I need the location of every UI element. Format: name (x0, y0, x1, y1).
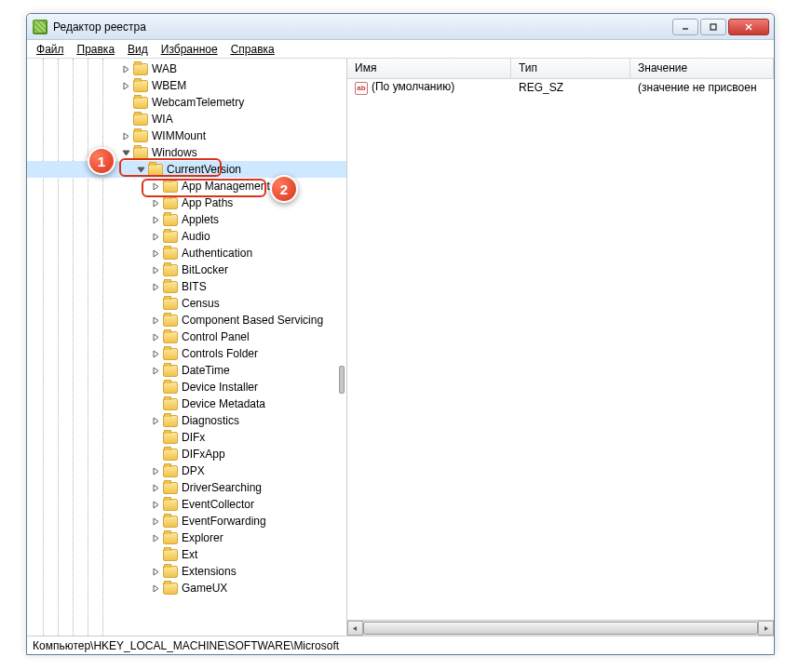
tree-item-wia[interactable]: WIA (27, 111, 346, 127)
folder-icon (133, 80, 148, 92)
titlebar[interactable]: Редактор реестра (27, 14, 774, 40)
horizontal-scrollbar[interactable] (347, 620, 774, 636)
tree-label: EventCollector (182, 498, 254, 511)
tree-item-webcamtelemetry[interactable]: WebcamTelemetry (27, 94, 346, 111)
tree-item-explorer[interactable]: Explorer (27, 529, 346, 546)
tree-item-wimmount[interactable]: WIMMount (27, 127, 346, 144)
tree-item-app-management[interactable]: App Management (27, 178, 346, 194)
expand-icon[interactable] (150, 465, 161, 476)
expand-icon[interactable] (150, 499, 161, 510)
expand-icon[interactable] (120, 63, 131, 74)
folder-icon (163, 197, 178, 209)
expand-icon[interactable] (150, 264, 161, 275)
tree-item-bitlocker[interactable]: BitLocker (27, 261, 346, 278)
folder-icon (133, 114, 148, 126)
svg-marker-7 (123, 151, 129, 155)
value-type: REG_SZ (511, 81, 630, 94)
menu-help[interactable]: Справка (225, 41, 280, 58)
tree-label: App Paths (182, 196, 233, 209)
expand-icon[interactable] (150, 348, 161, 359)
tree-item-device-metadata[interactable]: Device Metadata (27, 395, 346, 412)
tree-label: Device Installer (182, 381, 258, 394)
svg-marker-18 (154, 351, 158, 357)
tree-label: WIMMount (152, 129, 206, 142)
svg-marker-6 (124, 133, 129, 140)
registry-tree[interactable]: WABWBEMWebcamTelemetryWIAWIMMountWindows… (27, 59, 347, 636)
tree-label: Applets (182, 213, 219, 226)
expand-icon[interactable] (150, 231, 161, 242)
minimize-button[interactable] (672, 19, 698, 35)
expand-icon[interactable] (150, 365, 161, 376)
maximize-button[interactable] (700, 19, 726, 35)
expand-icon[interactable] (150, 248, 161, 259)
tree-item-census[interactable]: Census (27, 295, 346, 312)
tree-label: DPX (182, 464, 205, 477)
tree-item-difx[interactable]: DIFx (27, 429, 346, 446)
expand-icon[interactable] (150, 482, 161, 493)
value-row[interactable]: ab(По умолчанию)REG_SZ(значение не присв… (347, 79, 774, 96)
folder-icon (163, 315, 178, 327)
expand-icon[interactable] (120, 130, 131, 141)
tree-item-wbem[interactable]: WBEM (27, 77, 346, 94)
tree-item-device-installer[interactable]: Device Installer (27, 379, 346, 395)
tree-item-bits[interactable]: BITS (27, 278, 346, 295)
close-button[interactable] (728, 19, 769, 35)
list-body[interactable]: ab(По умолчанию)REG_SZ(значение не присв… (347, 79, 774, 620)
tree-label: GameUX (182, 582, 227, 595)
tree-item-audio[interactable]: Audio (27, 228, 346, 245)
tree-item-gameux[interactable]: GameUX (27, 580, 346, 596)
tree-item-app-paths[interactable]: App Paths (27, 194, 346, 211)
tree-item-eventcollector[interactable]: EventCollector (27, 496, 346, 513)
collapse-icon[interactable] (120, 147, 131, 158)
tree-label: WBEM (152, 79, 186, 92)
tree-item-diagnostics[interactable]: Diagnostics (27, 412, 346, 429)
tree-label: WebcamTelemetry (152, 96, 244, 109)
tree-item-controls-folder[interactable]: Controls Folder (27, 345, 346, 362)
tree-item-currentversion[interactable]: CurrentVersion (27, 161, 346, 178)
tree-item-applets[interactable]: Applets (27, 211, 346, 228)
expand-icon[interactable] (150, 331, 161, 342)
expand-icon[interactable] (150, 516, 161, 527)
expand-icon[interactable] (150, 566, 161, 577)
tree-item-dpx[interactable]: DPX (27, 462, 346, 479)
scroll-right-button[interactable] (758, 621, 774, 636)
column-name[interactable]: Имя (347, 59, 511, 78)
tree-item-eventforwarding[interactable]: EventForwarding (27, 513, 346, 529)
folder-icon (163, 398, 178, 410)
tree-item-extensions[interactable]: Extensions (27, 563, 346, 580)
scroll-left-button[interactable] (347, 621, 363, 636)
column-value[interactable]: Значение (630, 59, 774, 78)
menu-file[interactable]: Файл (31, 41, 70, 58)
collapse-icon[interactable] (135, 164, 146, 175)
expand-icon[interactable] (150, 583, 161, 594)
expand-icon[interactable] (150, 214, 161, 225)
tree-item-authentication[interactable]: Authentication (27, 245, 346, 261)
scrollbar-thumb[interactable] (363, 622, 758, 635)
tree-item-ext[interactable]: Ext (27, 546, 346, 563)
tree-item-component-based-servicing[interactable]: Component Based Servicing (27, 312, 346, 328)
menu-view[interactable]: Вид (122, 41, 154, 58)
expand-icon[interactable] (150, 181, 161, 192)
menu-edit[interactable]: Правка (72, 41, 121, 58)
menu-favorites[interactable]: Избранное (156, 41, 223, 58)
column-type[interactable]: Тип (511, 59, 630, 78)
svg-marker-13 (154, 250, 158, 257)
tree-label: Diagnostics (182, 414, 239, 427)
expand-icon[interactable] (150, 315, 161, 326)
tree-scrollbar-thumb[interactable] (339, 366, 345, 394)
expand-icon[interactable] (150, 532, 161, 543)
tree-item-difxapp[interactable]: DIFxApp (27, 446, 346, 462)
folder-icon (133, 130, 148, 142)
expand-icon[interactable] (150, 281, 161, 292)
tree-item-wab[interactable]: WAB (27, 60, 346, 77)
tree-item-windows[interactable]: Windows (27, 144, 346, 161)
expand-icon[interactable] (120, 80, 131, 91)
tree-label: Audio (182, 230, 210, 243)
tree-item-control-panel[interactable]: Control Panel (27, 328, 346, 345)
tree-item-datetime[interactable]: DateTime (27, 362, 346, 379)
menubar: Файл Правка Вид Избранное Справка (27, 40, 774, 59)
tree-label: BITS (182, 280, 207, 293)
expand-icon[interactable] (150, 197, 161, 208)
tree-item-driversearching[interactable]: DriverSearching (27, 479, 346, 496)
expand-icon[interactable] (150, 415, 161, 426)
